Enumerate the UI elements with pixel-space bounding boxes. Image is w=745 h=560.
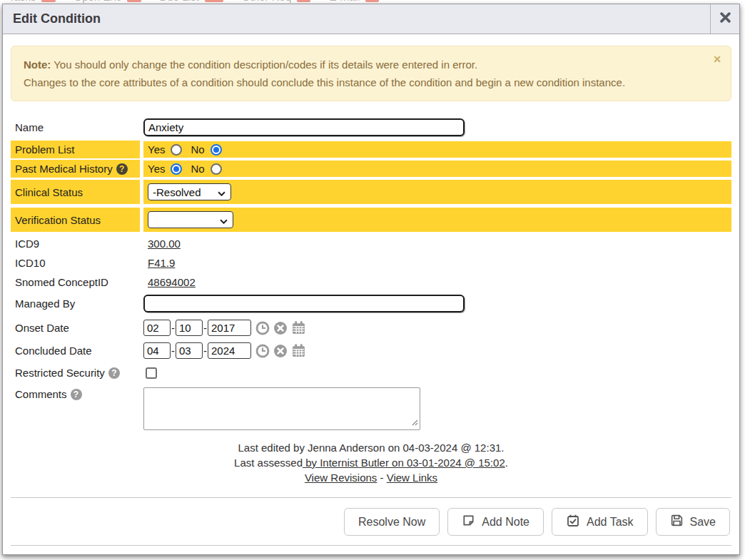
yes-label: Yes: [148, 163, 165, 175]
view-links-link[interactable]: View Links: [387, 472, 437, 484]
add-note-button[interactable]: Add Note: [447, 508, 544, 536]
clear-date-icon[interactable]: [273, 344, 288, 358]
icd9-label: ICD9: [11, 235, 140, 253]
dialog-actions: Resolve Now Add Note Add Task Save: [11, 508, 730, 536]
icd9-row: ICD9 300.00: [11, 235, 731, 253]
onset-day-input[interactable]: [176, 320, 203, 336]
clinical-status-label: Clinical Status: [11, 180, 140, 204]
count-badge: 10: [205, 0, 223, 2]
save-icon: [670, 514, 684, 530]
no-label: No: [191, 163, 204, 175]
background-tab: Open Enc1: [74, 0, 141, 3]
dialog-title: Edit Condition: [3, 4, 739, 34]
divider: [11, 545, 731, 546]
view-links-line: View Revisions - View Links: [11, 470, 731, 485]
concluded-date-row: Concluded Date: [11, 340, 731, 361]
note-line2: Changes to the core attributes of a cond…: [24, 73, 702, 91]
restricted-security-checkbox[interactable]: [146, 367, 157, 379]
name-input[interactable]: [143, 118, 465, 136]
past-medical-history-no-radio[interactable]: [211, 163, 222, 175]
onset-month-input[interactable]: [143, 320, 171, 336]
add-task-button[interactable]: Add Task: [552, 508, 648, 536]
managed-by-label: Managed By: [11, 292, 140, 315]
verification-status-label: Verification Status: [11, 208, 140, 232]
background-tab: E-mail2: [329, 0, 379, 3]
name-row: Name: [11, 116, 731, 138]
concluded-year-input[interactable]: [208, 342, 251, 359]
divider: [11, 497, 731, 498]
restricted-security-label: Restricted Security: [11, 364, 140, 382]
comments-row: Comments: [11, 385, 731, 434]
past-medical-history-label: Past Medical History: [11, 160, 140, 178]
onset-year-input[interactable]: [208, 320, 251, 336]
count-badge: 1: [297, 0, 310, 2]
problem-list-label: Problem List: [11, 141, 140, 158]
help-icon[interactable]: [116, 163, 128, 175]
view-revisions-link[interactable]: View Revisions: [305, 472, 377, 484]
count-badge: 2: [365, 0, 379, 2]
clock-icon[interactable]: [255, 321, 270, 335]
restricted-security-row: Restricted Security: [11, 364, 731, 382]
snomed-label: Snomed ConceptID: [11, 273, 140, 291]
managed-by-row: Managed By: [11, 292, 731, 315]
help-icon[interactable]: [71, 389, 82, 400]
icd10-row: ICD10 F41.9: [11, 254, 731, 272]
background-tab: Tasks4: [9, 0, 56, 3]
date-separator: [171, 345, 175, 357]
yes-label: Yes: [148, 143, 165, 156]
help-icon[interactable]: [108, 367, 120, 379]
last-assessed-link[interactable]: by Internist Butler on 03-01-2024 @ 15:0…: [303, 457, 505, 469]
name-label: Name: [11, 116, 140, 138]
edit-condition-dialog: Edit Condition Note: You should only cha…: [2, 4, 740, 555]
calendar-check-icon: [566, 514, 580, 531]
verification-status-select[interactable]: [148, 211, 233, 228]
concluded-date-label: Concluded Date: [11, 340, 140, 361]
note-line1: Note: You should only change the conditi…: [24, 56, 702, 73]
onset-date-row: Onset Date: [11, 317, 731, 338]
last-edited-text: Last edited by Jenna Anderson on 04-03-2…: [11, 440, 731, 455]
calendar-icon[interactable]: [291, 343, 306, 358]
chevron-down-icon: [218, 186, 225, 198]
date-separator: [203, 345, 207, 357]
clinical-status-select[interactable]: -Resolved: [148, 183, 231, 200]
last-assessed-text: Last assessed by Internist Butler on 03-…: [11, 455, 731, 470]
comments-textarea[interactable]: [143, 387, 420, 430]
count-badge: 4: [41, 0, 55, 2]
chevron-down-icon: [220, 214, 228, 226]
past-medical-history-yes-radio[interactable]: [171, 163, 182, 175]
concluded-month-input[interactable]: [143, 342, 171, 359]
past-medical-history-row: Past Medical History Yes No: [11, 160, 731, 178]
onset-date-label: Onset Date: [11, 317, 140, 338]
date-separator: [171, 322, 175, 334]
close-button[interactable]: [710, 4, 739, 34]
close-icon: [720, 12, 731, 26]
no-label: No: [191, 143, 204, 156]
count-badge: 1: [127, 0, 141, 2]
icd9-code-link[interactable]: 300.00: [148, 238, 181, 250]
concluded-day-input[interactable]: [176, 342, 203, 359]
clock-icon[interactable]: [255, 344, 270, 358]
note-dismiss-icon[interactable]: ✕: [713, 54, 721, 64]
problem-list-row: Problem List Yes No: [11, 141, 731, 158]
icd10-code-link[interactable]: F41.9: [148, 257, 175, 269]
calendar-icon[interactable]: [291, 320, 306, 335]
comments-label: Comments: [11, 385, 140, 403]
resolve-now-button[interactable]: Resolve Now: [344, 508, 440, 536]
problem-list-yes-radio[interactable]: [171, 144, 182, 156]
save-button[interactable]: Save: [656, 508, 730, 536]
note-icon: [462, 514, 475, 530]
verification-status-row: Verification Status: [11, 208, 731, 232]
date-separator: [203, 322, 207, 334]
dialog-header: Edit Condition: [3, 4, 739, 34]
background-tab: Other Req1: [242, 0, 310, 3]
background-tab: Due List10: [160, 0, 224, 3]
note-banner: Note: You should only change the conditi…: [11, 46, 731, 101]
icd10-label: ICD10: [11, 254, 140, 272]
clear-date-icon[interactable]: [273, 321, 288, 335]
clinical-status-row: Clinical Status -Resolved: [11, 180, 731, 204]
managed-by-input[interactable]: [143, 295, 465, 312]
snomed-code-link[interactable]: 48694002: [148, 276, 196, 288]
problem-list-no-radio[interactable]: [211, 144, 222, 156]
snomed-row: Snomed ConceptID 48694002: [11, 273, 731, 291]
audit-info: Last edited by Jenna Anderson on 04-03-2…: [11, 440, 731, 485]
